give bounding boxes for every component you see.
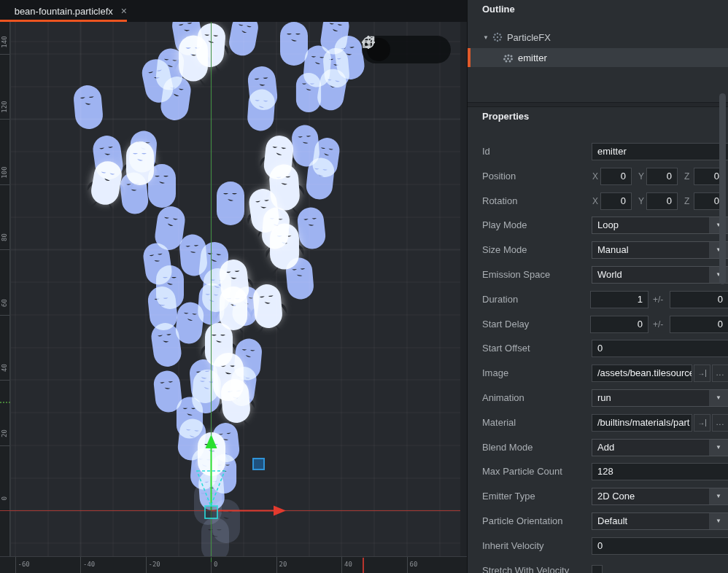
position-x-input[interactable]: 0 <box>600 168 632 185</box>
prop-row-blend-mode: Blend ModeAdd▼ <box>482 439 714 456</box>
prop-label-material: Material <box>482 414 516 432</box>
prop-label-emitter-type: Emitter Type <box>482 488 535 505</box>
prop-label-max-particle-count: Max Particle Count <box>482 463 562 480</box>
mouse-position-marker <box>0 402 10 403</box>
ruler-label: 80 <box>1 227 9 249</box>
prop-row-position: PositionX0Y0Z0 <box>482 168 714 185</box>
panel-scrollbar-thumb[interactable] <box>719 93 726 284</box>
tab-bean-fountain[interactable]: bean-fountain.particlefx × <box>0 0 127 22</box>
mouse-position-marker <box>363 558 364 573</box>
rotation-y-input[interactable]: 0 <box>646 192 678 210</box>
rotation-x-input[interactable]: 0 <box>600 192 632 210</box>
ruler-label: 140 <box>1 31 9 52</box>
right-panel: Outline ▼ ParticleFX emitter Properties … <box>467 0 728 573</box>
x-axis-ruler-tick <box>0 510 10 511</box>
ruler-tick <box>0 445 9 446</box>
image-input[interactable]: /assets/bean.tilesource <box>592 365 692 382</box>
prop-control-start-delay: 0+/-0 <box>592 316 728 333</box>
start-delay-input[interactable]: 0 <box>590 316 648 333</box>
outline-row-emitter[interactable]: emitter <box>468 48 728 67</box>
chevron-down-icon[interactable]: ▼ <box>709 488 728 504</box>
prop-control-play-mode: Loop▼ <box>592 217 728 234</box>
outline-header: Outline <box>482 4 515 15</box>
ruler-tick <box>0 119 9 120</box>
prop-control-particle-orientation: Default▼ <box>592 512 728 530</box>
position-y-input[interactable]: 0 <box>646 168 678 185</box>
bean-particle <box>222 22 265 65</box>
duration-spread-input[interactable]: 0 <box>670 291 728 308</box>
play-mode-dropdown[interactable]: Loop▼ <box>592 217 728 234</box>
material-browse-button[interactable]: ... <box>712 414 728 432</box>
prop-row-start-offset: Start Offset0 <box>482 340 714 357</box>
axis-label-x: X <box>592 192 598 210</box>
prop-control-rotation: X0Y0Z0 <box>592 192 728 210</box>
scale-tool-button[interactable] <box>422 38 446 61</box>
prop-label-duration: Duration <box>482 291 518 308</box>
start-delay-spread-input[interactable]: 0 <box>670 316 728 333</box>
ruler-tick <box>0 54 9 55</box>
stretch-with-velocity-checkbox[interactable] <box>592 565 603 573</box>
start-offset-input[interactable]: 0 <box>592 340 728 357</box>
prop-control-blend-mode: Add▼ <box>592 439 728 456</box>
ruler-tick <box>0 380 9 381</box>
ruler-label: 120 <box>1 96 9 118</box>
play-mode-value: Loop <box>597 217 619 233</box>
image-browse-button[interactable]: ... <box>712 365 728 382</box>
ruler-label: 40 <box>344 561 352 568</box>
emitter-origin-handle[interactable] <box>205 506 217 518</box>
ruler-tick <box>80 557 81 573</box>
prop-control-size-mode: Manual▼ <box>592 241 728 259</box>
prop-control-image: /assets/bean.tilesource→|... <box>592 365 728 382</box>
max-particle-count-input[interactable]: 128 <box>592 463 728 480</box>
ruler-tick <box>15 557 16 573</box>
prop-row-emission-space: Emission SpaceWorld▼ <box>482 266 714 284</box>
prop-control-position: X0Y0Z0 <box>592 168 728 185</box>
prop-row-duration: Duration1+/-0 <box>482 291 714 308</box>
prop-label-image: Image <box>482 365 508 382</box>
scale-tool-icon <box>362 36 375 49</box>
properties-header: Properties <box>482 111 529 122</box>
particle-scene <box>10 22 467 556</box>
blend-mode-dropdown[interactable]: Add▼ <box>592 439 728 456</box>
gizmo-xy-plane-handle[interactable] <box>253 459 264 469</box>
material-input[interactable]: /builtins/materials/part <box>592 414 692 432</box>
rotate-tool-button[interactable] <box>395 38 418 61</box>
outline-row-particlefx[interactable]: ▼ ParticleFX <box>468 28 728 47</box>
prop-row-max-particle-count: Max Particle Count128 <box>482 463 714 480</box>
chevron-down-icon[interactable]: ▼ <box>709 513 728 529</box>
size-mode-dropdown[interactable]: Manual▼ <box>592 241 728 259</box>
image-open-resource-button[interactable]: →| <box>694 365 710 382</box>
animation-value: run <box>597 390 611 406</box>
emitter-type-dropdown[interactable]: 2D Cone▼ <box>592 488 728 505</box>
tab-close-icon[interactable]: × <box>121 5 127 17</box>
material-open-resource-button[interactable]: →| <box>694 414 710 432</box>
chevron-down-icon[interactable]: ▼ <box>709 440 728 456</box>
inherit-velocity-input[interactable]: 0 <box>592 537 728 555</box>
prop-row-inherit-velocity: Inherit Velocity0 <box>482 537 714 555</box>
emission-space-dropdown[interactable]: World▼ <box>592 266 728 284</box>
duration-input[interactable]: 1 <box>590 291 648 308</box>
ruler-label: 0 <box>214 561 217 568</box>
chevron-down-icon[interactable]: ▼ <box>709 390 728 406</box>
scene-canvas[interactable] <box>10 22 467 556</box>
particlefx-icon <box>492 32 503 42</box>
plus-minus-label: +/- <box>653 316 663 333</box>
gizmo-x-arrowhead[interactable] <box>274 506 286 516</box>
id-input[interactable]: emitter <box>592 143 728 160</box>
prop-label-animation: Animation <box>482 389 524 407</box>
prop-label-size-mode: Size Mode <box>482 241 527 259</box>
prop-label-start-offset: Start Offset <box>482 340 530 357</box>
disclosure-triangle-icon[interactable]: ▼ <box>483 34 489 41</box>
particle-orientation-dropdown[interactable]: Default▼ <box>592 512 728 530</box>
prop-row-start-delay: Start Delay0+/-0 <box>482 316 714 333</box>
ruler-tick <box>341 557 342 573</box>
prop-row-id: Idemitter <box>482 143 714 160</box>
prop-control-max-particle-count: 128 <box>592 463 728 480</box>
ruler-label: -40 <box>83 561 95 568</box>
ruler-label: 20 <box>279 561 287 568</box>
panel-splitter[interactable] <box>468 102 728 107</box>
prop-row-emitter-type: Emitter Type2D Cone▼ <box>482 488 714 505</box>
tab-bar: bean-fountain.particlefx × <box>0 0 467 22</box>
animation-dropdown[interactable]: run▼ <box>592 389 728 407</box>
ruler-label: -20 <box>149 561 160 568</box>
